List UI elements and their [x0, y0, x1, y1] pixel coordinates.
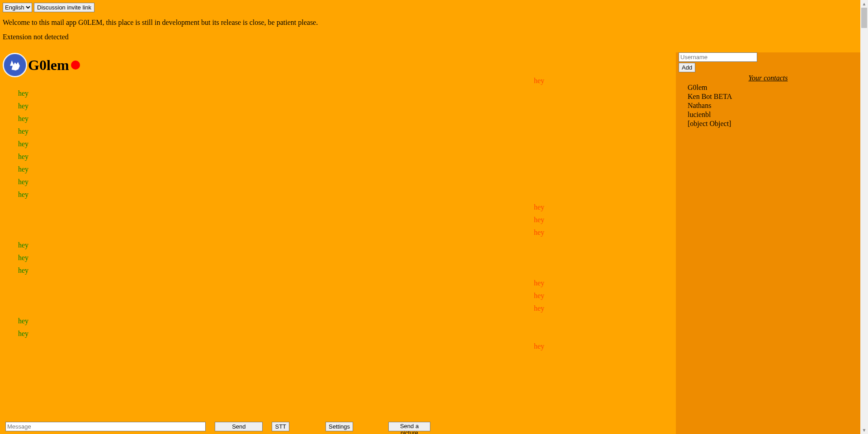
message-received: hey — [18, 203, 544, 216]
message-text: hey — [18, 153, 28, 161]
language-select[interactable]: English — [3, 3, 32, 12]
message-sent: hey — [18, 153, 544, 165]
message-received: hey — [18, 304, 544, 317]
discussion-invite-button[interactable]: Discussion invite link — [34, 3, 94, 12]
svg-marker-0 — [10, 61, 20, 70]
welcome-text: Welcome to this mail app G0LEM, this pla… — [0, 12, 868, 27]
message-text: hey — [18, 115, 28, 123]
message-text: hey — [534, 216, 544, 224]
send-button[interactable]: Send — [215, 422, 263, 431]
scroll-down-arrow[interactable]: ▼ — [860, 426, 868, 434]
contacts-panel: Add Your contacts G0lemKen Bot BETANatha… — [676, 52, 860, 434]
scroll-up-arrow[interactable]: ▲ — [860, 0, 868, 8]
message-received: hey — [18, 279, 544, 292]
message-input[interactable] — [5, 422, 206, 431]
message-text: hey — [534, 342, 544, 350]
message-text: hey — [18, 165, 28, 173]
message-text: hey — [18, 102, 28, 110]
message-text: hey — [18, 317, 28, 325]
contacts-title: Your contacts — [679, 74, 858, 82]
add-contact-button[interactable]: Add — [679, 63, 695, 72]
message-received: hey — [18, 229, 544, 241]
message-received: hey — [18, 292, 544, 304]
message-sent: hey — [18, 127, 544, 140]
message-text: hey — [18, 241, 28, 249]
settings-button[interactable]: Settings — [326, 422, 353, 431]
message-sent: hey — [18, 115, 544, 127]
scrollbar-thumb[interactable] — [861, 8, 867, 28]
message-text: hey — [18, 254, 28, 262]
message-sent: hey — [18, 102, 544, 115]
message-text: hey — [18, 266, 28, 275]
message-text: hey — [18, 127, 28, 135]
message-sent: hey — [18, 241, 544, 254]
message-text: hey — [18, 178, 28, 186]
message-text: hey — [18, 330, 28, 338]
message-text: hey — [534, 229, 544, 237]
message-sent: hey — [18, 317, 544, 330]
stt-button[interactable]: STT — [272, 422, 289, 431]
message-text: hey — [534, 292, 544, 300]
message-received: hey — [18, 216, 544, 229]
message-sent: hey — [18, 330, 544, 342]
message-sent: hey — [18, 89, 544, 102]
message-text: hey — [18, 140, 28, 148]
message-received: hey — [18, 342, 544, 355]
contact-item[interactable]: Ken Bot BETA — [688, 92, 858, 101]
contact-item[interactable]: Nathans — [688, 101, 858, 110]
message-sent: hey — [18, 165, 544, 178]
message-text: hey — [534, 279, 544, 287]
message-sent: hey — [18, 254, 544, 266]
status-indicator — [71, 61, 80, 70]
message-text: hey — [18, 191, 28, 199]
message-text: hey — [534, 203, 544, 211]
message-text: hey — [18, 89, 28, 98]
chat-title: G0lem — [28, 57, 69, 74]
message-sent: hey — [18, 266, 544, 279]
wolf-icon — [7, 57, 23, 73]
message-sent: hey — [18, 191, 544, 203]
message-text: hey — [534, 77, 544, 85]
contact-item[interactable]: lucienbl — [688, 110, 858, 119]
extension-status: Extension not detected — [0, 27, 868, 41]
scrollbar[interactable]: ▲ ▼ — [860, 0, 868, 434]
message-sent: hey — [18, 178, 544, 191]
messages-area: heyheyheyheyheyheyheyheyheyheyheyheyheyh… — [0, 77, 562, 420]
avatar — [3, 53, 27, 77]
username-input[interactable] — [679, 52, 757, 62]
message-text: hey — [534, 304, 544, 313]
message-received: hey — [18, 77, 544, 89]
contact-item[interactable]: G0lem — [688, 83, 858, 92]
message-sent: hey — [18, 140, 544, 153]
send-picture-button[interactable]: Send a picture — [388, 422, 430, 431]
contact-item[interactable]: [object Object] — [688, 119, 858, 128]
